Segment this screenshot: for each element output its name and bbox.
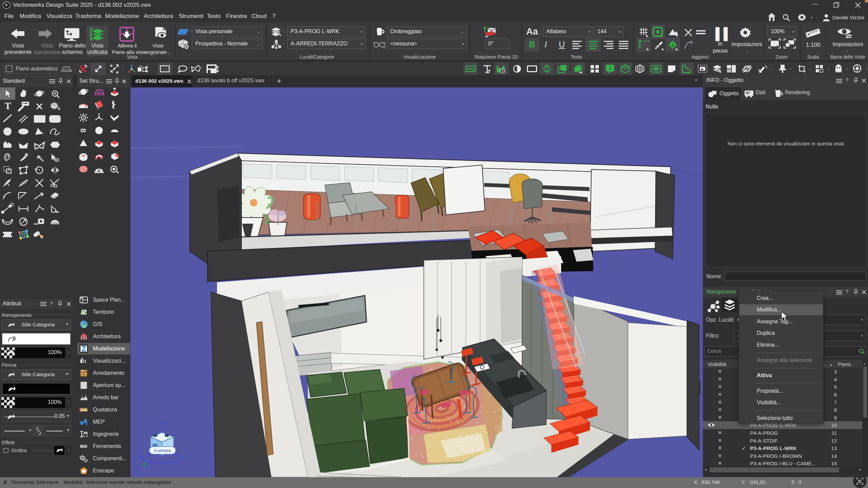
svg-text:⌄: ⌄: [827, 67, 830, 70]
svg-text:T: T: [4, 100, 11, 111]
svg-text:i: i: [609, 65, 611, 71]
svg-text:Z: Z: [165, 420, 168, 425]
svg-text:⌄: ⌄: [865, 66, 868, 70]
svg-text:A sinistra: A sinistra: [154, 448, 171, 453]
svg-text:⌄: ⌄: [789, 66, 792, 70]
svg-text:⌄: ⌄: [846, 66, 848, 70]
svg-text:⌄: ⌄: [808, 67, 811, 70]
svg-text:⌄: ⌄: [770, 67, 772, 70]
